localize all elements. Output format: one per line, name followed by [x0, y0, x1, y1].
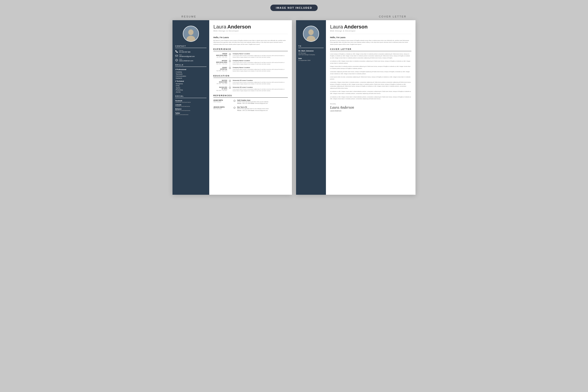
cover-para-2: ut molestie ac nibh. Integer ornare diam…: [330, 60, 411, 64]
cover-para-5: Lorem ipsum dolor sit amet, consectetur …: [330, 76, 411, 80]
to-section: TO Mr. Mark Jokowow HR Manager Soft Tech…: [298, 45, 324, 61]
cover-date-value: 21 September 2024: [298, 60, 324, 61]
cover-letter-header: COVER LETTER: [330, 48, 411, 51]
section-labels: RESUME COVER LETTER: [168, 15, 420, 18]
avatar-container: [175, 26, 206, 42]
resume-name-area: Laura Anderson Web Design & Developer: [214, 24, 288, 34]
skill-joomla: Joomla: [175, 91, 206, 93]
cover-para-7: ut molestie ac nibh. Integer ornare diam…: [330, 90, 411, 94]
skill-communication: Communication: [175, 75, 206, 77]
cover-para-6: consectetur. Integer ornare diam in mole…: [330, 81, 411, 89]
documents-row: CONTACT Phone: 00 1234 567 889 Mail: LAn…: [161, 20, 427, 195]
cover-para-3: Integer ornare diam in molestie pretium.…: [330, 66, 411, 69]
technical-skills-list: Wordpress HTML Jquery Photoshop Joomla: [175, 83, 206, 93]
skill-wordpress: Wordpress: [175, 83, 206, 84]
cover-to-role: HR Manager: [298, 52, 324, 54]
contact-title: CONTACT: [175, 45, 206, 48]
references-header: REFERENCES: [214, 94, 288, 98]
edu-item-1: MASTERDESIGN WEB Jan 2007 - Dec 2009 Uni…: [214, 80, 288, 85]
social-behance: Behance Behance.com/username: [175, 108, 206, 111]
phone-icon: [175, 50, 178, 53]
cover-sidebar: TO Mr. Mark Jokowow HR Manager Soft Tech…: [296, 20, 326, 195]
experience-list: SENIORWEB DEVELOPER Jan 2013 - Dec 2015 …: [214, 53, 288, 72]
resume-main: Laura Anderson Web Design & Developer He…: [209, 20, 292, 195]
resume-job-title: Web Design & Developer: [214, 30, 288, 32]
web-value: www.LAnderson.com: [179, 60, 193, 62]
professional-skills-list: Creativity Teamwork Communication Hardwo…: [175, 71, 206, 79]
mail-icon: [175, 54, 178, 57]
signature-printed-name: Laura Anderson: [330, 110, 411, 112]
ref-item-1: ADAM SMITH Web Designer Soft Creative Jo…: [214, 100, 288, 104]
exp-item-2: MASTERWEB DEVELOPER Mar 2010 - Feb 2012 …: [214, 60, 288, 65]
svg-point-8: [308, 30, 314, 35]
cover-last-name: Anderson: [344, 24, 368, 30]
cover-para-4: consectetur adipiscing elt.hello lorem l…: [330, 71, 411, 75]
sincerely-text: Sincerely,: [330, 103, 411, 104]
web-icon: [175, 59, 178, 62]
cover-avatar-container: [298, 26, 324, 42]
cover-para-1: Lorem tempus id fringilla ut, molestie a…: [330, 53, 411, 59]
exp-dot-2: [229, 60, 231, 62]
cover-job-title: Web Design & Developer: [330, 30, 411, 32]
education-list: MASTERDESIGN WEB Jan 2007 - Dec 2009 Uni…: [214, 80, 288, 92]
cover-label: COVER LETTER: [379, 15, 406, 18]
cover-date-label: Date: [298, 58, 324, 59]
avatar: [183, 26, 199, 42]
image-not-included-badge: IMAGE NOT INCLUDED: [270, 4, 318, 11]
references-list: ADAM SMITH Web Designer Soft Creative Jo…: [214, 100, 288, 112]
phone-contact: Phone: 00 1234 567 889: [175, 50, 206, 53]
resume-label: RESUME: [182, 15, 196, 18]
skill-creativity: Creativity: [175, 71, 206, 73]
phone-value: 00 1234 567 889: [179, 51, 190, 53]
cover-first-name: Laura: [330, 24, 343, 30]
skill-hardwork: Hardwork: [175, 78, 206, 79]
svg-point-1: [188, 30, 194, 35]
social-facebook: Facebook Facebook.com/username: [175, 100, 206, 103]
experience-header: EXPERIENCE: [214, 48, 288, 51]
exp-item-1: SENIORWEB DEVELOPER Jan 2013 - Dec 2015 …: [214, 53, 288, 58]
edu-dot-1: [229, 80, 231, 82]
skills-title: SKILLS: [175, 64, 206, 67]
social-title: SOCIAL: [175, 95, 206, 98]
resume-sidebar: CONTACT Phone: 00 1234 567 889 Mail: LAn…: [172, 20, 209, 195]
skill-html: HTML: [175, 85, 206, 86]
cover-hello-heading: Hello, I'm Laura: [330, 36, 411, 38]
ref-dot-2: [234, 107, 236, 108]
edu-dot-2: [229, 87, 231, 89]
social-linkedin: LinkedIn LinkedIn.com/username: [175, 104, 206, 107]
exp-dot-1: [229, 53, 231, 55]
resume-last-name: Anderson: [228, 24, 251, 30]
exp-item-3: JQUERYEXPERTISE Apr 2008 - May 2010 Comp…: [214, 67, 288, 72]
cover-document: TO Mr. Mark Jokowow HR Manager Soft Tech…: [296, 20, 416, 195]
web-contact: Web: www.LAnderson.com: [175, 58, 206, 62]
cover-to-sidebar-label: TO: [298, 45, 324, 48]
education-header: EDUCATION: [214, 75, 288, 78]
cover-main: Laura Anderson Web Design & Developer He…: [326, 20, 416, 195]
signature: Laura Anderson: [330, 106, 411, 110]
cover-name-area: Laura Anderson Web Design & Developer: [330, 24, 411, 34]
exp-dot-3: [229, 67, 231, 69]
svg-rect-3: [176, 55, 178, 57]
cover-to-name: Mr. Mark Jokowow: [298, 50, 324, 52]
hello-body: My Name Is Laura Anderson lorem empus id…: [214, 40, 288, 45]
professional-subtitle: // Professional: [175, 69, 206, 70]
skill-jquery: Jquery: [175, 87, 206, 89]
cover-to-company: Soft Tech Design Company: [298, 54, 324, 55]
mail-value: LAnderson@gmail.com: [179, 56, 195, 57]
edu-item-2: BACHELORSOF ARTS Mar 2004 - Feb 2007 Uni…: [214, 86, 288, 92]
cover-letter-body: Lorem tempus id fringilla ut, molestie a…: [330, 53, 411, 100]
ref-dot-1: [234, 100, 236, 102]
resume-first-name: Laura: [214, 24, 226, 30]
hello-heading: Hello, I'm Laura: [214, 36, 288, 38]
skill-teamwork: Teamwork: [175, 73, 206, 75]
social-twitter: Twitter twitter.com/username: [175, 112, 206, 115]
ref-item-2: JENSON SMITH Web developer Dev Tech LTD …: [214, 106, 288, 112]
cover-hello-body: My Name Is Laura Anderson lorem empus id…: [330, 40, 411, 45]
mail-contact: Mail: LAnderson@gmail.com: [175, 54, 206, 57]
cover-avatar: [303, 26, 319, 42]
cover-para-8: ut molestie ac nibh. Integer ornare diam…: [330, 96, 411, 100]
skill-photoshop: Photoshop: [175, 89, 206, 91]
technical-subtitle: // Technical: [175, 80, 206, 82]
resume-document: CONTACT Phone: 00 1234 567 889 Mail: LAn…: [172, 20, 292, 195]
